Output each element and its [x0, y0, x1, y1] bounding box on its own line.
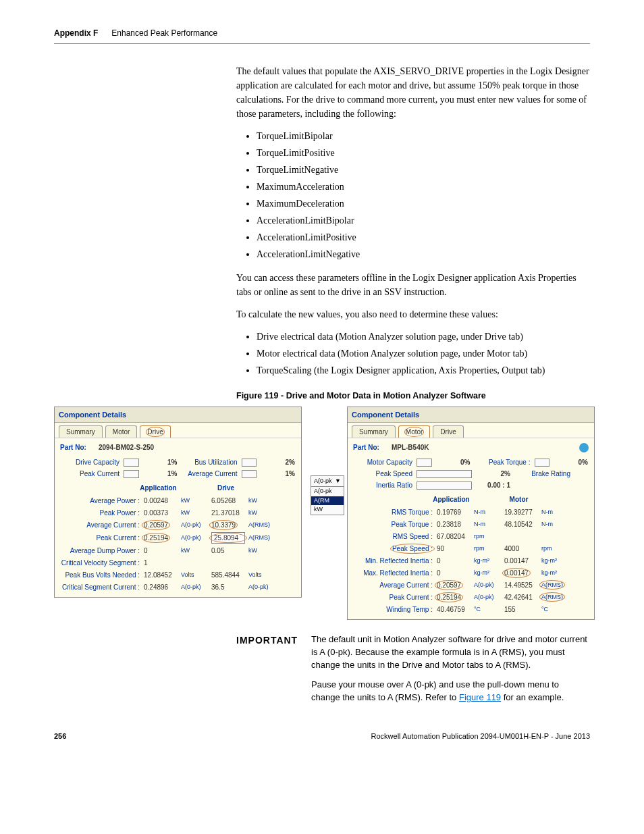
list-item: TorqueLimitNegative — [257, 163, 590, 177]
table-row: Average Dump Power :0kW0.05kW — [59, 544, 297, 556]
table-row: Average Current :0.20597A(0-pk)10.3379A(… — [59, 519, 297, 531]
list-item: MaximumDeceleration — [257, 197, 590, 211]
dropdown-option[interactable]: A(RM — [311, 496, 344, 506]
list-item: TorqueLimitBipolar — [257, 129, 590, 143]
important-note: IMPORTANT The default unit in Motion Ana… — [236, 633, 590, 704]
drive-table: Application Drive Average Power :0.00248… — [55, 479, 301, 597]
list-item: MaximumAcceleration — [257, 180, 590, 194]
table-row: Peak Bus Volts Needed :12.08452Volts585.… — [59, 569, 297, 581]
list-item: AccelerationLimitNegative — [257, 247, 590, 261]
motor-table: Application Motor RMS Torque :0.19769N-m… — [348, 491, 594, 619]
table-row: Peak Speed :90rpm4000rpm — [352, 542, 590, 554]
figure-link[interactable]: Figure 119 — [459, 692, 501, 702]
figure-row: Component Details SummaryMotorDrive Part… — [54, 407, 590, 621]
paragraph-1: The default values that populate the AXI… — [236, 64, 590, 121]
list-item: Drive electrical data (Motion Analyzer s… — [257, 330, 590, 344]
partno-label: Part No: — [353, 442, 379, 452]
tab-drive[interactable]: Drive — [433, 425, 463, 438]
partno-label: Part No: — [60, 442, 86, 452]
drive-col-app: Application — [140, 483, 177, 493]
stat-row: Drive Capacity1%Bus Utilization2% — [55, 457, 301, 468]
drive-partno: 2094-BM02-S-250 — [99, 442, 154, 452]
motor-partno: MPL-B540K — [392, 442, 429, 452]
chevron-down-icon: ▼ — [335, 477, 341, 486]
drive-col-drive: Drive — [207, 483, 244, 493]
drive-tabs: SummaryMotorDrive — [55, 423, 301, 438]
motor-panel: Component Details SummaryMotorDrive Part… — [347, 407, 595, 621]
stat-row: Inertia Ratio0.00 : 1 — [348, 479, 594, 491]
dropdown-option[interactable]: A(0-pk — [311, 487, 344, 496]
table-row: Peak Current :0.25194A(0-pk)25.8094A(RMS… — [59, 531, 297, 544]
table-row: Average Current :0.20597A(0-pk)14.49525A… — [352, 579, 590, 591]
list-item: Motor electrical data (Motion Analyzer s… — [257, 346, 590, 361]
table-row: RMS Torque :0.19769N-m19.39277N-m — [352, 506, 590, 518]
paragraph-2: You can access these parameters offline … — [236, 271, 590, 299]
table-row: Critical Segment Current :0.24896A(0-pk)… — [59, 581, 297, 593]
motor-top-stats: Motor Capacity0%Peak Torque :0%Peak Spee… — [348, 457, 594, 491]
drive-partno-row: Part No: 2094-BM02-S-250 — [55, 438, 301, 457]
dropdown-option[interactable]: kW — [311, 505, 344, 515]
header-title: Enhanced Peak Performance — [111, 27, 217, 39]
page-footer: 256 Rockwell Automation Publication 2094… — [54, 731, 590, 742]
tab-motor[interactable]: Motor — [105, 425, 138, 438]
table-row: RMS Speed :67.08204rpm — [352, 530, 590, 542]
stat-row: Peak Speed2%Brake Rating — [348, 468, 594, 479]
list-item: TorqueLimitPositive — [257, 146, 590, 160]
publication-id: Rockwell Automation Publication 2094-UM0… — [371, 731, 590, 742]
table-row: Peak Current :0.25194A(0-pk)42.42641A(RM… — [352, 591, 590, 603]
motor-tabs: SummaryMotorDrive — [348, 423, 594, 438]
tab-summary[interactable]: Summary — [352, 425, 396, 438]
drive-panel-title: Component Details — [55, 407, 301, 423]
paragraph-3: To calculate the new values, you also ne… — [236, 307, 590, 321]
page-header: Appendix F Enhanced Peak Performance — [54, 27, 590, 44]
motor-col-app: Application — [433, 494, 470, 504]
table-row: Min. Reflected Inertia :0kg-m²0.00147kg-… — [352, 554, 590, 567]
body-content: The default values that populate the AXI… — [236, 64, 590, 377]
motor-col-motor: Motor — [500, 494, 537, 504]
callout-arrow — [246, 511, 314, 512]
dropdown-selected[interactable]: A(0-pk ▼ — [311, 476, 344, 488]
motor-panel-title: Component Details — [348, 407, 594, 423]
appendix-label: Appendix F — [54, 27, 98, 39]
table-row: Max. Reflected Inertia :0kg-m²0.00147kg-… — [352, 567, 590, 579]
param-list-1: TorqueLimitBipolarTorqueLimitPositiveTor… — [257, 129, 590, 261]
important-text-1: The default unit in Motion Analyzer soft… — [311, 633, 590, 672]
list-item: AccelerationLimitBipolar — [257, 213, 590, 228]
table-row: Critical Velocity Segment :1 — [59, 556, 297, 569]
tab-motor[interactable]: Motor — [398, 425, 431, 438]
stat-row: Peak Current1%Average Current1% — [55, 468, 301, 479]
list-item: TorqueScaling (the Logix Designer applic… — [257, 363, 590, 377]
important-label: IMPORTANT — [236, 633, 300, 704]
table-row: Average Power :0.00248kW6.05268kW — [59, 494, 297, 506]
list-item: AccelerationLimitPositive — [257, 230, 590, 244]
page-number: 256 — [54, 731, 66, 742]
tab-drive[interactable]: Drive — [140, 425, 170, 438]
drive-top-stats: Drive Capacity1%Bus Utilization2%Peak Cu… — [55, 457, 301, 479]
figure-caption: Figure 119 - Drive and Motor Data in Mot… — [236, 390, 590, 402]
table-row: Winding Temp :40.46759°C155°C — [352, 603, 590, 615]
motor-partno-row: Part No: MPL-B540K — [348, 438, 594, 457]
stat-row: Motor Capacity0%Peak Torque :0% — [348, 457, 594, 468]
param-list-2: Drive electrical data (Motion Analyzer s… — [257, 330, 590, 377]
unit-dropdown[interactable]: A(0-pk ▼ A(0-pkA(RMkW — [311, 475, 344, 515]
table-row: Peak Power :0.00373kW21.37018kW — [59, 506, 297, 519]
drive-panel: Component Details SummaryMotorDrive Part… — [54, 407, 302, 598]
important-text-2: Pause your mouse over A (0-pk) and use t… — [311, 679, 590, 704]
info-icon[interactable] — [579, 443, 589, 452]
table-row: Peak Torque :0.23818N-m48.10542N-m — [352, 518, 590, 530]
tab-summary[interactable]: Summary — [59, 425, 103, 438]
